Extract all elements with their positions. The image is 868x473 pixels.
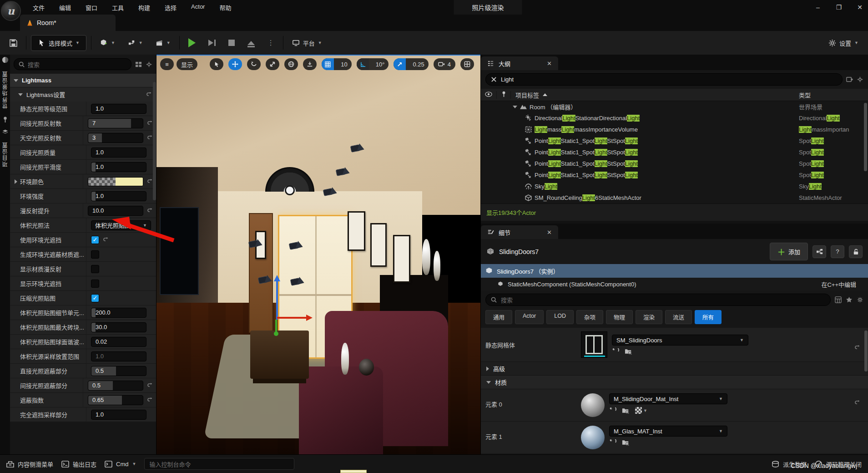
menu-工具[interactable]: 工具 bbox=[106, 1, 130, 14]
filter-chip-渲染[interactable]: 渲染 bbox=[636, 310, 662, 324]
visibility-column-icon[interactable] bbox=[481, 92, 496, 98]
rotation-snap-button[interactable]: 10° bbox=[357, 58, 389, 70]
color-swatch[interactable] bbox=[88, 177, 143, 186]
browse-to-asset-icon[interactable] bbox=[622, 407, 630, 414]
value-checkbox[interactable]: ✓ bbox=[91, 236, 99, 244]
material-thumbnail[interactable] bbox=[581, 426, 605, 449]
static-mesh-thumbnail[interactable] bbox=[581, 331, 607, 358]
reset-icon[interactable] bbox=[854, 345, 861, 351]
reset-icon[interactable] bbox=[147, 135, 153, 141]
texture-options-dropdown[interactable]: ▼ bbox=[635, 407, 647, 414]
play-button[interactable] bbox=[184, 35, 200, 51]
help-button[interactable]: ? bbox=[831, 245, 844, 258]
close-tab-icon[interactable]: ✕ bbox=[547, 60, 552, 67]
tab-outliner[interactable]: 大纲 ✕ bbox=[481, 56, 558, 70]
add-component-button[interactable]: ＋ 添加 bbox=[770, 243, 808, 260]
show-dropdown[interactable]: 显示 bbox=[177, 58, 197, 70]
value-field[interactable]: 1.0 bbox=[91, 191, 146, 201]
value-field[interactable]: 200.0 bbox=[91, 308, 146, 318]
panel-gear-icon[interactable] bbox=[146, 61, 152, 68]
maximize-viewport-button[interactable] bbox=[460, 58, 474, 70]
details-settings-icon[interactable] bbox=[857, 296, 863, 303]
blueprints-button[interactable]: ▼ bbox=[124, 36, 147, 50]
pin-column-icon[interactable] bbox=[496, 91, 511, 99]
content-drawer-button[interactable]: 内容侧滑菜单 bbox=[6, 460, 53, 468]
world-local-toggle[interactable] bbox=[284, 58, 298, 70]
minimize-button[interactable]: – bbox=[813, 4, 823, 11]
outliner-row-7[interactable]: SkyLightSkyLight bbox=[481, 181, 868, 192]
outliner-row-3[interactable]: PointLightStatic1_SpotLightStSpotLightSp… bbox=[481, 135, 868, 147]
unreal-logo-icon[interactable]: u bbox=[1, 1, 21, 21]
reset-icon[interactable] bbox=[147, 382, 153, 389]
level-viewport[interactable]: ≡ 显示 bbox=[156, 55, 480, 454]
level-tab[interactable]: Room* bbox=[20, 15, 116, 31]
reset-icon[interactable] bbox=[103, 237, 109, 243]
reset-icon[interactable] bbox=[146, 92, 152, 98]
filter-chip-所有[interactable]: 所有 bbox=[695, 310, 722, 324]
browse-to-asset-icon[interactable] bbox=[625, 348, 632, 355]
filter-chip-物理[interactable]: 物理 bbox=[606, 310, 633, 324]
surface-snap-button[interactable] bbox=[303, 58, 317, 70]
expanded-arrow-icon[interactable] bbox=[513, 106, 517, 108]
grid-snap-button[interactable]: 10 bbox=[322, 58, 351, 70]
spotlight-gizmo-icon[interactable] bbox=[258, 275, 274, 286]
outliner-row-6[interactable]: PointLightStatic1_SpotLightStSpotLightSp… bbox=[481, 169, 868, 181]
editor-mode-dropdown[interactable]: 选择模式 ▼ bbox=[31, 35, 86, 51]
value-field[interactable]: 1.0 bbox=[91, 351, 146, 361]
close-tab-icon[interactable]: ✕ bbox=[547, 229, 552, 236]
camera-speed-button[interactable]: 4 bbox=[434, 58, 455, 70]
scale-tool-button[interactable] bbox=[266, 58, 279, 70]
value-field[interactable]: 1.0 bbox=[91, 147, 146, 158]
value-field[interactable]: 3 bbox=[88, 133, 143, 143]
advanced-section-row[interactable]: 高级 bbox=[481, 362, 868, 376]
cmd-dropdown[interactable]: Cmd ▼ bbox=[105, 460, 136, 468]
menu-选择[interactable]: 选择 bbox=[158, 1, 183, 14]
favorites-star-icon[interactable] bbox=[846, 296, 853, 303]
scale-snap-button[interactable]: 0.25 bbox=[394, 58, 428, 70]
filter-chip-Actor[interactable]: Actor bbox=[515, 310, 544, 324]
use-selected-asset-icon[interactable] bbox=[609, 439, 616, 446]
spotlight-gizmo-icon[interactable] bbox=[351, 143, 366, 154]
move-tool-button[interactable] bbox=[228, 58, 242, 70]
viewport-menu-button[interactable]: ≡ bbox=[160, 58, 174, 70]
platforms-dropdown[interactable]: 平台 ▼ bbox=[288, 36, 326, 51]
value-field[interactable]: 1.0 bbox=[91, 410, 146, 420]
value-field[interactable]: 10.0 bbox=[88, 206, 143, 216]
spotlight-gizmo-icon[interactable] bbox=[289, 241, 305, 252]
add-actor-button[interactable]: ▼ bbox=[96, 36, 119, 50]
material-thumbnail[interactable] bbox=[581, 393, 605, 417]
materials-section-row[interactable]: 材质 bbox=[481, 376, 868, 389]
filter-chip-通用[interactable]: 通用 bbox=[485, 310, 512, 324]
tab-world-settings[interactable]: 世界场景设置 bbox=[1, 68, 9, 112]
outliner-search-input[interactable]: Light bbox=[485, 73, 843, 86]
value-field[interactable]: 0.02 bbox=[91, 337, 146, 347]
tab-details[interactable]: 细节 ✕ bbox=[481, 225, 558, 239]
filter-chip-流送[interactable]: 流送 bbox=[665, 310, 692, 324]
browse-to-asset-icon[interactable] bbox=[622, 439, 630, 446]
details-scrollbar[interactable] bbox=[864, 331, 868, 371]
display-filter-icon[interactable] bbox=[835, 296, 842, 303]
reset-icon[interactable] bbox=[854, 400, 861, 406]
gizmo-z-axis[interactable] bbox=[276, 280, 278, 320]
details-component-row[interactable]: StaticMeshComponent (StaticMeshComponent… bbox=[481, 278, 868, 290]
rotate-tool-button[interactable] bbox=[247, 58, 261, 70]
console-input[interactable]: 输入控制台命令 bbox=[144, 458, 294, 470]
output-log-button[interactable]: 输出日志 bbox=[61, 460, 96, 468]
item-label-column-header[interactable]: 项目标签 bbox=[511, 91, 799, 99]
outliner-row-0[interactable]: Room （编辑器）世界场景 bbox=[481, 101, 868, 112]
skip-frame-button[interactable] bbox=[204, 36, 220, 49]
outliner-row-8[interactable]: SM_RoundCeilingLight6StaticMeshActorStat… bbox=[481, 192, 868, 203]
reset-icon[interactable] bbox=[147, 208, 153, 214]
outliner-row-2[interactable]: LightmassLightmassImportanceVolumeLightm… bbox=[481, 124, 868, 135]
eject-button[interactable] bbox=[243, 38, 259, 48]
material-dropdown[interactable]: M_SlidingDoor_Mat_Inst▼ bbox=[609, 393, 727, 404]
details-instance-row[interactable]: SlidingDoors7 （实例） bbox=[481, 264, 868, 278]
menu-帮助[interactable]: 帮助 bbox=[213, 1, 237, 14]
outliner-add-icon[interactable] bbox=[846, 76, 853, 83]
outliner-scrollbar[interactable] bbox=[864, 103, 867, 171]
static-mesh-dropdown[interactable]: SM_SlidingDoors ▼ bbox=[612, 335, 748, 346]
type-column-header[interactable]: 类型 bbox=[799, 91, 868, 99]
column-view-icon[interactable] bbox=[135, 61, 142, 68]
blueprint-actions-button[interactable] bbox=[812, 245, 826, 258]
value-field[interactable]: 1.0 bbox=[91, 162, 146, 172]
